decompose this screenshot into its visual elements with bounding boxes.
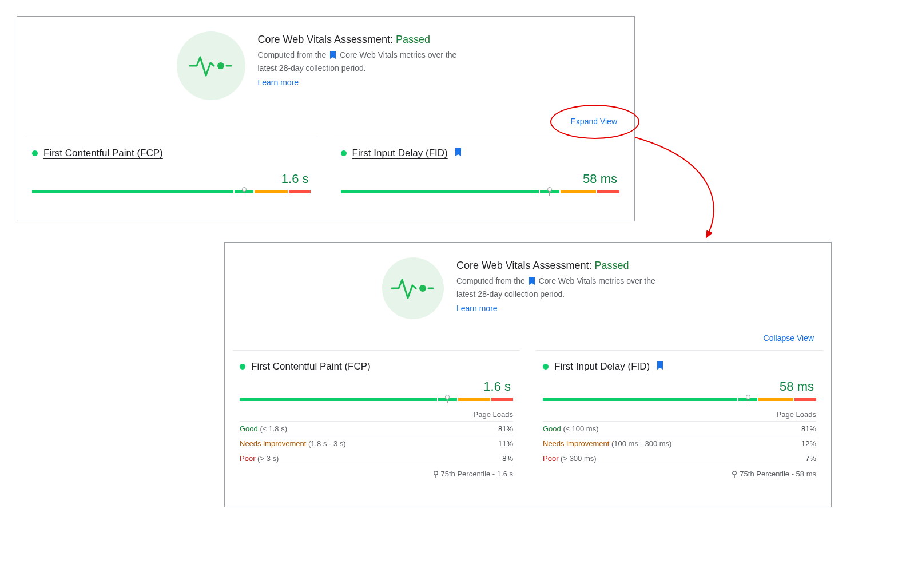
metric-fid-bar xyxy=(341,190,620,193)
metric-fcp-value: 1.6 s xyxy=(32,172,311,186)
table-row: Poor (> 3 s)8% xyxy=(240,451,513,466)
pageloads-header: Page Loads xyxy=(777,410,816,419)
metric-fcp: First Contentful Paint (FCP) 1.6 s Page … xyxy=(233,350,520,482)
status-dot-good-icon xyxy=(543,364,549,370)
collapse-view-link[interactable]: Collapse View xyxy=(764,333,814,343)
metrics-row: First Contentful Paint (FCP) 1.6 s Page … xyxy=(225,350,831,482)
metric-fid-value: 58 ms xyxy=(543,379,816,394)
metric-fid-value: 58 ms xyxy=(341,172,620,186)
metric-fcp-table: Page Loads Good (≤ 1.8 s)81% Needs impro… xyxy=(240,408,513,466)
table-row: Needs improvement (1.8 s - 3 s)11% xyxy=(240,436,513,451)
cwv-title-status: Passed xyxy=(396,34,430,45)
cwv-card-collapsed: Core Web Vitals Assessment: Passed Compu… xyxy=(17,16,635,221)
cwv-header-text: Core Web Vitals Assessment: Passed Compu… xyxy=(456,257,674,319)
row-label: Needs improvement xyxy=(543,439,609,448)
row-threshold: (1.8 s - 3 s) xyxy=(308,439,346,448)
percentile-text: 75th Percentile - 1.6 s xyxy=(441,470,513,478)
row-pct: 81% xyxy=(498,424,513,433)
svg-point-4 xyxy=(434,471,437,474)
bookmark-icon xyxy=(329,50,336,62)
metric-fid-name[interactable]: First Input Delay (FID) xyxy=(352,148,448,159)
row-label: Good xyxy=(240,424,258,433)
row-pct: 12% xyxy=(801,439,816,448)
pageloads-header: Page Loads xyxy=(474,410,513,419)
learn-more-link[interactable]: Learn more xyxy=(258,78,299,87)
bookmark-icon xyxy=(657,361,663,372)
metric-fid: First Input Delay (FID) 58 ms Page Loads… xyxy=(536,350,823,482)
row-threshold: (≤ 100 ms) xyxy=(563,424,598,433)
metric-fcp-name[interactable]: First Contentful Paint (FCP) xyxy=(43,148,163,159)
expand-view-link[interactable]: Expand View xyxy=(571,117,617,126)
metric-fcp-name[interactable]: First Contentful Paint (FCP) xyxy=(251,361,371,372)
cwv-desc-pre: Computed from the xyxy=(258,50,329,59)
row-label: Needs improvement xyxy=(240,439,306,448)
row-pct: 81% xyxy=(801,424,816,433)
bookmark-icon xyxy=(528,276,535,288)
cwv-desc-pre: Computed from the xyxy=(456,276,527,285)
metric-fcp-bar xyxy=(32,190,311,193)
status-dot-good-icon xyxy=(240,364,245,370)
row-label: Good xyxy=(543,424,561,433)
cwv-header-text: Core Web Vitals Assessment: Passed Compu… xyxy=(258,31,475,100)
metric-fid-bar xyxy=(543,398,816,401)
row-pct: 7% xyxy=(805,454,816,463)
metric-fid-name[interactable]: First Input Delay (FID) xyxy=(554,361,650,372)
metric-fcp: First Contentful Paint (FCP) 1.6 s xyxy=(25,137,318,197)
metric-fcp-value: 1.6 s xyxy=(240,379,513,394)
table-row: Needs improvement (100 ms - 300 ms)12% xyxy=(543,436,816,451)
cwv-header: Core Web Vitals Assessment: Passed Compu… xyxy=(225,243,831,319)
svg-point-2 xyxy=(419,285,426,292)
cwv-title-status: Passed xyxy=(594,260,629,271)
row-pct: 8% xyxy=(502,454,513,463)
cwv-title: Core Web Vitals Assessment: Passed xyxy=(258,34,475,46)
status-dot-good-icon xyxy=(341,150,347,156)
marker-icon xyxy=(433,471,439,478)
cwv-desc: Computed from the Core Web Vitals metric… xyxy=(456,275,674,300)
cwv-title-prefix: Core Web Vitals Assessment: xyxy=(456,260,594,271)
row-label: Poor xyxy=(240,454,255,463)
row-threshold: (≤ 1.8 s) xyxy=(260,424,287,433)
metric-fcp-percentile: 75th Percentile - 1.6 s xyxy=(240,470,513,478)
metric-fid-table: Page Loads Good (≤ 100 ms)81% Needs impr… xyxy=(543,408,816,466)
pulse-icon xyxy=(382,257,444,319)
cwv-title: Core Web Vitals Assessment: Passed xyxy=(456,260,674,272)
row-pct: 11% xyxy=(498,439,513,448)
pulse-icon xyxy=(177,31,245,100)
row-threshold: (> 3 s) xyxy=(257,454,279,463)
metric-fid: First Input Delay (FID) 58 ms xyxy=(334,137,627,197)
table-row: Good (≤ 1.8 s)81% xyxy=(240,422,513,436)
row-threshold: (100 ms - 300 ms) xyxy=(611,439,671,448)
metrics-row: First Contentful Paint (FCP) 1.6 s First… xyxy=(17,137,634,197)
row-threshold: (> 300 ms) xyxy=(561,454,597,463)
svg-point-6 xyxy=(733,471,736,474)
table-row: Good (≤ 100 ms)81% xyxy=(543,422,816,436)
cwv-title-prefix: Core Web Vitals Assessment: xyxy=(258,34,396,45)
cwv-desc: Computed from the Core Web Vitals metric… xyxy=(258,49,475,74)
cwv-card-expanded: Core Web Vitals Assessment: Passed Compu… xyxy=(224,242,832,507)
metric-fid-percentile: 75th Percentile - 58 ms xyxy=(543,470,816,478)
cwv-header: Core Web Vitals Assessment: Passed Compu… xyxy=(17,17,634,100)
status-dot-good-icon xyxy=(32,150,38,156)
table-row: Poor (> 300 ms)7% xyxy=(543,451,816,466)
marker-icon xyxy=(732,471,737,478)
svg-point-0 xyxy=(217,62,224,69)
percentile-text: 75th Percentile - 58 ms xyxy=(740,470,816,478)
learn-more-link[interactable]: Learn more xyxy=(456,304,498,313)
metric-fcp-bar xyxy=(240,398,513,401)
row-label: Poor xyxy=(543,454,558,463)
bookmark-icon xyxy=(455,148,462,158)
